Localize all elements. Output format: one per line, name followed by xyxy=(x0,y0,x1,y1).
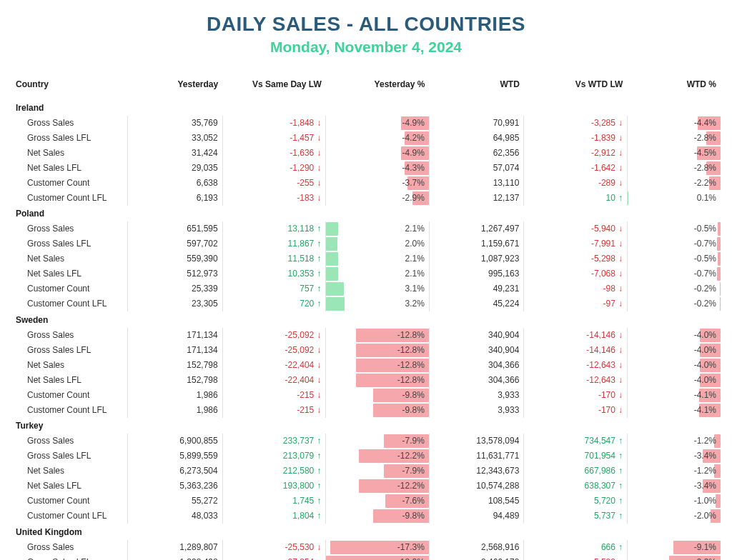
table-row: Net Sales31,424-1,636↓-4.9%62,356-2,912↓… xyxy=(11,146,721,161)
arrow-up-icon: ↑ xyxy=(317,511,321,521)
yesterday-value: 35,769 xyxy=(128,116,223,131)
arrow-up-icon: ↑ xyxy=(317,284,321,294)
arrow-up-icon: ↑ xyxy=(618,451,623,461)
yesterday-value: 6,273,504 xyxy=(128,464,223,479)
pct-value: 2.0% xyxy=(405,239,424,249)
pct-value: -4.1% xyxy=(694,405,716,415)
pct-value: -3.4% xyxy=(694,451,716,461)
table-row: Gross Sales171,134-25,092↓-12.8%340,904-… xyxy=(11,328,721,343)
pct-bar xyxy=(717,267,721,281)
pct-cell: -4.0% xyxy=(627,373,721,388)
pct-value: -2.8% xyxy=(694,133,716,143)
wtd-value: 13,110 xyxy=(429,176,524,191)
table-row: Gross Sales LFL5,899,559213,079↑-12.2%11… xyxy=(11,449,721,464)
pct-bar xyxy=(326,237,337,251)
table-row: Net Sales6,273,504212,580↑-7.9%12,343,67… xyxy=(11,464,721,479)
yesterday-value: 512,973 xyxy=(128,266,223,281)
metric-name: Gross Sales xyxy=(11,540,128,555)
yesterday-value: 6,638 xyxy=(128,176,223,191)
wtd-value: 995,163 xyxy=(429,266,524,281)
yesterday-value: 1,289,807 xyxy=(128,540,223,555)
delta-cell: 757↑ xyxy=(222,281,326,296)
wtd-value: 64,985 xyxy=(429,131,524,146)
arrow-down-icon: ↓ xyxy=(317,542,321,552)
pct-bar xyxy=(326,222,338,236)
arrow-up-icon: ↑ xyxy=(618,436,623,446)
pct-value: -4.5% xyxy=(694,148,716,158)
table-row: Gross Sales35,769-1,848↓-4.9%70,991-3,28… xyxy=(11,116,721,131)
metric-name: Customer Count LFL xyxy=(11,191,128,206)
wtd-value: 1,267,497 xyxy=(429,221,524,236)
pct-value: 0.1% xyxy=(697,193,716,203)
arrow-down-icon: ↓ xyxy=(618,330,623,340)
pct-cell: 3.1% xyxy=(326,281,430,296)
pct-cell: 2.1% xyxy=(326,266,430,281)
arrow-down-icon: ↓ xyxy=(618,360,623,370)
delta-cell: 667,986↑ xyxy=(524,464,628,479)
pct-cell: -9.8% xyxy=(326,403,430,418)
pct-value: -2.2% xyxy=(694,178,716,188)
wtd-value: 11,631,771 xyxy=(429,449,524,464)
delta-cell: -3,285↓ xyxy=(524,116,628,131)
pct-bar xyxy=(718,252,721,266)
yesterday-value: 33,052 xyxy=(128,131,223,146)
delta-cell: -12,643↓ xyxy=(524,373,628,388)
delta-cell: 233,737↑ xyxy=(222,434,326,449)
yesterday-value: 559,390 xyxy=(128,251,223,266)
col-y-pct: Yesterday % xyxy=(326,76,430,99)
table-row: Gross Sales LFL171,134-25,092↓-12.8%340,… xyxy=(11,343,721,358)
pct-value: -1.2% xyxy=(694,466,716,476)
metric-name: Net Sales LFL xyxy=(11,373,128,388)
table-row: Net Sales LFL152,798-22,404↓-12.8%304,36… xyxy=(11,373,721,388)
delta-cell: -2,912↓ xyxy=(524,146,628,161)
delta-cell: 11,518↑ xyxy=(222,251,326,266)
yesterday-value: 171,134 xyxy=(128,343,223,358)
delta-cell: -7,068↓ xyxy=(524,266,628,281)
metric-name: Gross Sales LFL xyxy=(11,131,128,146)
delta-cell: 212,580↑ xyxy=(222,464,326,479)
pct-cell: -0.2% xyxy=(627,296,721,311)
metric-name: Gross Sales LFL xyxy=(11,555,128,561)
delta-cell: -1,290↓ xyxy=(222,161,326,176)
pct-value: -0.2% xyxy=(694,284,716,294)
delta-cell: -170↓ xyxy=(524,403,628,418)
arrow-down-icon: ↓ xyxy=(618,224,623,234)
delta-cell: -98↓ xyxy=(524,281,628,296)
delta-cell: -1,848↓ xyxy=(222,116,326,131)
metric-name: Customer Count xyxy=(11,388,128,403)
wtd-value: 304,366 xyxy=(429,358,524,373)
pct-value: -7.6% xyxy=(402,496,424,506)
delta-cell: 701,954↑ xyxy=(524,449,628,464)
metric-name: Net Sales xyxy=(11,251,128,266)
wtd-value: 12,137 xyxy=(429,191,524,206)
yesterday-value: 651,595 xyxy=(128,221,223,236)
table-row: Net Sales559,39011,518↑2.1%1,087,923-5,2… xyxy=(11,251,721,266)
table-row: Net Sales LFL29,035-1,290↓-4.3%57,074-1,… xyxy=(11,161,721,176)
wtd-value: 49,231 xyxy=(429,281,524,296)
pct-bar xyxy=(326,267,338,281)
col-yesterday: Yesterday xyxy=(128,76,223,99)
wtd-value: 62,356 xyxy=(429,146,524,161)
pct-cell: -4.0% xyxy=(627,358,721,373)
delta-cell: -25,092↓ xyxy=(222,328,326,343)
col-wtd-pct: WTD % xyxy=(627,76,721,99)
yesterday-value: 1,986 xyxy=(128,388,223,403)
wtd-value: 108,545 xyxy=(429,494,524,509)
yesterday-value: 29,035 xyxy=(128,161,223,176)
yesterday-value: 5,363,236 xyxy=(128,479,223,494)
delta-cell: -255↓ xyxy=(222,176,326,191)
pct-bar xyxy=(716,494,721,508)
arrow-down-icon: ↓ xyxy=(618,345,623,355)
arrow-up-icon: ↑ xyxy=(618,542,623,552)
pct-value: -0.2% xyxy=(694,299,716,309)
pct-cell: -17.3% xyxy=(326,540,430,555)
pct-cell: -4.4% xyxy=(627,116,721,131)
wtd-value: 2,568,916 xyxy=(429,540,524,555)
yesterday-value: 152,798 xyxy=(128,373,223,388)
metric-name: Customer Count LFL xyxy=(11,296,128,311)
pct-cell: -0.7% xyxy=(627,266,721,281)
delta-cell: 193,800↑ xyxy=(222,479,326,494)
pct-value: -4.9% xyxy=(402,148,424,158)
arrow-down-icon: ↓ xyxy=(618,284,623,294)
delta-cell: 1,804↑ xyxy=(222,509,326,524)
